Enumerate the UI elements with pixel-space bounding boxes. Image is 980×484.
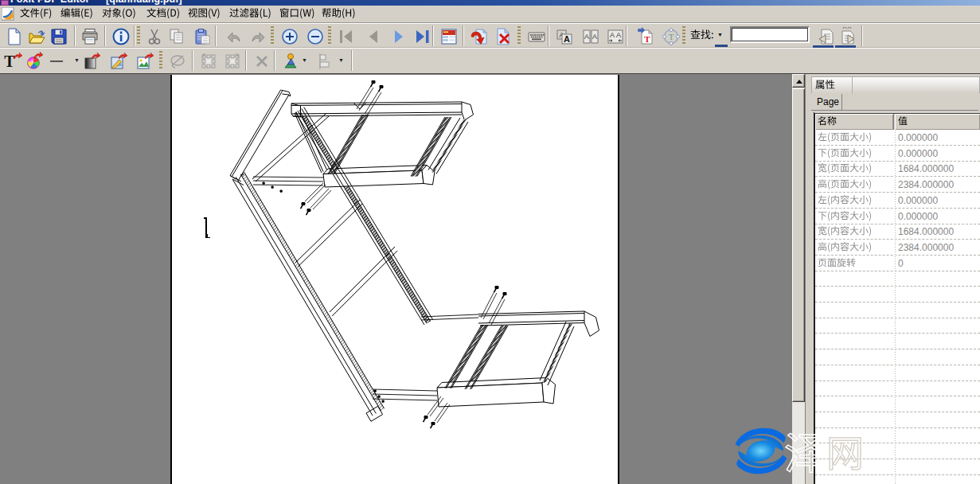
svg-text:A: A: [610, 31, 615, 39]
svg-text:A: A: [584, 33, 589, 41]
svg-text:A: A: [564, 34, 570, 44]
svg-text:A: A: [616, 31, 621, 39]
svg-text:T: T: [4, 53, 15, 70]
svg-text:A: A: [592, 33, 597, 41]
svg-text:T: T: [669, 32, 674, 41]
svg-text:T: T: [644, 34, 650, 44]
